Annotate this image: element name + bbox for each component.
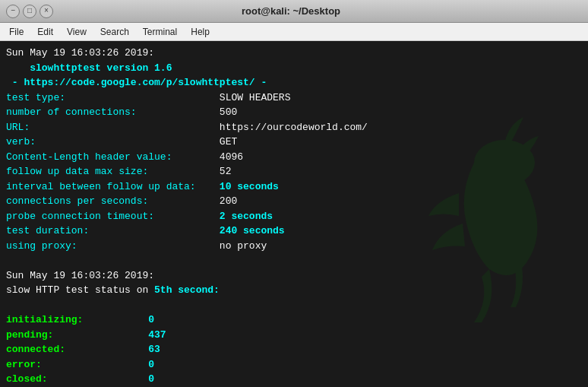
terminal-line-verb: verb: GET: [6, 135, 582, 150]
window-title: root@kali: ~/Desktop: [53, 5, 529, 17]
terminal-output[interactable]: Sun May 19 16:03:26 2019: slowhttptest v…: [0, 41, 588, 387]
terminal-line-blank2: [6, 298, 582, 313]
terminal-line-follow-up: follow up data max size: 52: [6, 164, 582, 179]
terminal-line-proxy: using proxy: no proxy: [6, 239, 582, 254]
terminal-line-initializing: initializing: 0: [6, 312, 582, 328]
terminal-line-blank1: [6, 253, 582, 268]
terminal-line-status: slow HTTP test status on 5th second:: [6, 283, 582, 298]
terminal-line-content-length: Content-Length header value: 4096: [6, 150, 582, 165]
terminal-line-interval: interval between follow up data: 10 seco…: [6, 179, 582, 195]
menu-search[interactable]: Search: [94, 25, 135, 39]
menu-view[interactable]: View: [61, 25, 93, 39]
terminal-line-date2: Sun May 19 16:03:26 2019:: [6, 268, 582, 284]
terminal-line-pending: pending: 437: [6, 328, 582, 343]
terminal-line-url: - https://code.google.com/p/slowhttptest…: [6, 75, 582, 90]
terminal-line-duration: test duration: 240 seconds: [6, 224, 582, 239]
close-button[interactable]: ×: [40, 5, 53, 18]
terminal-line-closed: closed: 0: [6, 372, 582, 387]
menu-help[interactable]: Help: [185, 25, 216, 39]
minimize-button[interactable]: −: [6, 5, 20, 18]
terminal-line-probe: probe connection timeout: 2 seconds: [6, 209, 582, 224]
terminal-line-date1: Sun May 19 16:03:26 2019:: [6, 46, 582, 61]
menubar: File Edit View Search Terminal Help: [0, 23, 588, 41]
terminal-line-connections: number of connections: 500: [6, 105, 582, 120]
titlebar: − □ × root@kali: ~/Desktop: [0, 0, 588, 23]
terminal-line-url2: URL: https://ourcodeworld.com/: [6, 120, 582, 135]
terminal-line-version: slowhttptest version 1.6: [6, 61, 582, 76]
terminal-line-connected: connected: 63: [6, 342, 582, 357]
terminal-line-test-type: test type: SLOW HEADERS: [6, 90, 582, 106]
window-controls[interactable]: − □ ×: [6, 5, 53, 18]
menu-file[interactable]: File: [3, 25, 30, 39]
menu-edit[interactable]: Edit: [31, 25, 59, 39]
terminal-line-conn-per-sec: connections per seconds: 200: [6, 194, 582, 209]
menu-terminal[interactable]: Terminal: [137, 25, 183, 39]
terminal-line-error: error: 0: [6, 357, 582, 373]
maximize-button[interactable]: □: [23, 5, 36, 18]
